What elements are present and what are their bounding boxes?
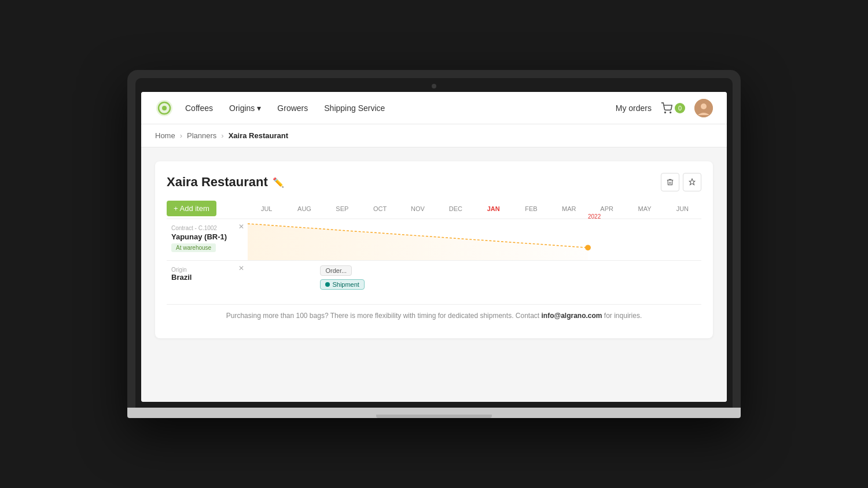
close-icon[interactable]: ✕: [238, 264, 244, 272]
month-label: JUL: [248, 203, 285, 215]
origin-label: Origin: [171, 267, 243, 273]
breadcrumb: Home › Planners › Xaira Restaurant: [141, 124, 727, 147]
table-row: Contract - C.1002 Yapunay (BR-1) At ware…: [167, 219, 701, 260]
svg-point-4: [670, 112, 671, 113]
screen-bezel: Coffees Origins ▾ Growers Shipping Servi…: [135, 78, 733, 408]
timeline-header-row: + Add item JULAUGSEPOCTNOVDECJANFEBMARAP…: [167, 201, 701, 216]
nav-origins[interactable]: Origins ▾: [229, 103, 261, 113]
shipment-chip[interactable]: Shipment: [320, 279, 364, 290]
row-info-brazil: Origin Brazil ✕: [167, 261, 248, 302]
camera: [432, 84, 436, 88]
info-email[interactable]: info@algrano.com: [541, 312, 602, 320]
delete-button[interactable]: [661, 173, 679, 191]
nav-shipping[interactable]: Shipping Service: [324, 103, 385, 113]
chevron-down-icon: ▾: [257, 103, 261, 113]
timeline-left-spacer: + Add item: [167, 201, 248, 216]
planner-title-row: Xaira Restaurant ✏️: [167, 175, 284, 190]
nav-growers[interactable]: Growers: [277, 103, 308, 113]
month-label: JAN: [475, 203, 512, 215]
navigation: Coffees Origins ▾ Growers Shipping Servi…: [141, 92, 727, 124]
planner-container: Xaira Restaurant ✏️: [155, 161, 713, 338]
nav-links: Coffees Origins ▾ Growers Shipping Servi…: [185, 103, 616, 113]
order-chip[interactable]: Order...: [320, 265, 352, 276]
month-label: FEB: [512, 203, 550, 215]
nav-coffees[interactable]: Coffees: [185, 103, 213, 113]
planner-title: Xaira Restaurant: [167, 175, 268, 190]
row-name: Yapunay (BR-1): [171, 232, 243, 241]
svg-point-3: [665, 112, 666, 113]
laptop-base: [127, 408, 741, 418]
decline-chart: [248, 219, 701, 260]
month-label: JUN: [664, 203, 701, 215]
breadcrumb-sep-2: ›: [221, 131, 223, 140]
breadcrumb-planners[interactable]: Planners: [187, 131, 216, 140]
month-label: SEP: [323, 203, 361, 215]
timeline-months: JULAUGSEPOCTNOVDECJANFEBMARAPRMAYJUN2022: [248, 203, 701, 215]
cart-button[interactable]: 0: [661, 102, 685, 114]
close-icon[interactable]: ✕: [238, 223, 244, 231]
laptop-frame: Coffees Origins ▾ Growers Shipping Servi…: [127, 70, 741, 418]
nav-right: My orders 0: [616, 99, 713, 117]
row-info-yapunay: Contract - C.1002 Yapunay (BR-1) At ware…: [167, 219, 248, 260]
my-orders-link[interactable]: My orders: [616, 103, 652, 113]
month-label: MAY: [626, 203, 663, 215]
breadcrumb-current: Xaira Restaurant: [229, 131, 288, 140]
table-row: Origin Brazil ✕ Order...: [167, 260, 701, 302]
svg-point-9: [585, 245, 591, 250]
breadcrumb-sep-1: ›: [180, 131, 182, 140]
row-timeline-yapunay: [248, 219, 701, 260]
edit-icon[interactable]: ✏️: [273, 177, 284, 188]
month-label: MAR: [550, 203, 588, 215]
row-timeline-brazil: Order... Shipment: [248, 261, 701, 302]
row-contract: Contract - C.1002: [171, 225, 243, 231]
planner-header: Xaira Restaurant ✏️: [167, 173, 701, 191]
origin-name: Brazil: [171, 273, 243, 282]
logo[interactable]: [155, 99, 174, 117]
screen: Coffees Origins ▾ Growers Shipping Servi…: [141, 92, 727, 402]
month-label: NOV: [399, 203, 436, 215]
status-badge: At warehouse: [171, 243, 216, 252]
month-label: OCT: [361, 203, 399, 215]
month-label: DEC: [437, 203, 475, 215]
svg-marker-7: [248, 224, 588, 260]
timeline: + Add item JULAUGSEPOCTNOVDECJANFEBMARAP…: [167, 201, 701, 302]
pin-button[interactable]: [683, 173, 701, 191]
planner-actions: [661, 173, 701, 191]
info-text: Purchasing more than 100 bags? There is …: [167, 304, 701, 327]
cart-count: 0: [675, 103, 685, 113]
user-avatar[interactable]: [694, 99, 713, 117]
breadcrumb-home[interactable]: Home: [155, 131, 175, 140]
main-content: Xaira Restaurant ✏️: [141, 147, 727, 402]
add-item-button[interactable]: + Add item: [167, 201, 216, 216]
shipment-dot-icon: [325, 282, 330, 287]
month-label: APR: [588, 203, 626, 215]
month-label: AUG: [285, 203, 323, 215]
svg-point-2: [162, 106, 167, 110]
svg-point-6: [701, 103, 707, 109]
